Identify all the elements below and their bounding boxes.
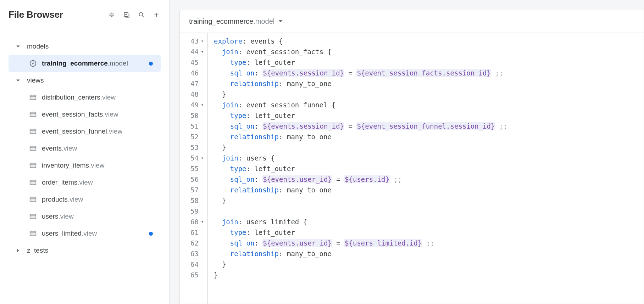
file-label: distribution_centers.view [42,94,116,101]
caret-down-icon [16,78,21,83]
gutter-line: 60▾ [180,216,205,227]
search-icon[interactable] [137,11,146,19]
table-icon [29,230,37,237]
unsaved-dot-icon [149,62,153,66]
file-users_limited[interactable]: users_limited.view [9,225,161,242]
file-event_session_funnel[interactable]: event_session_funnel.view [9,123,161,140]
file-browser-sidebar: File Browser models training_ecommerce.m… [0,0,170,304]
tab-dropdown-icon[interactable] [278,17,283,26]
gutter-line: 59 [180,206,205,216]
file-label: order_items.view [42,179,93,186]
tab-file-name: training_ecommerce [189,17,253,25]
svg-rect-4 [30,112,36,117]
gutter-line: 52 [180,131,205,142]
code-line[interactable]: relationship: many_to_one [214,248,507,259]
code-line[interactable]: type: left_outer [214,110,507,121]
file-event_session_facts[interactable]: event_session_facts.view [9,106,161,123]
svg-rect-9 [30,197,36,202]
caret-right-icon [16,248,21,253]
folder-label: views [27,77,44,84]
file-label: users.view [42,213,74,220]
code-line[interactable]: join: event_session_facts { [214,46,507,57]
code-line[interactable]: sql_on: ${events.user_id} = ${users_limi… [214,238,507,248]
svg-rect-10 [30,214,36,219]
file-label: products.view [42,196,83,203]
code-line[interactable]: relationship: many_to_one [214,185,507,195]
line-gutter: 43▾44▾4546474849▾5051525354▾555657585960… [180,33,207,304]
file-label: events.view [42,145,77,152]
gutter-line: 51 [180,121,205,131]
folder-label: z_tests [27,247,48,254]
code-line[interactable]: type: left_outer [214,57,507,68]
gutter-line: 45 [180,57,205,68]
file-inventory_items[interactable]: inventory_items.view [9,157,161,174]
table-icon [29,94,37,101]
code-line[interactable]: type: left_outer [214,163,507,174]
table-icon [29,179,37,186]
compass-icon [29,60,37,67]
table-icon [29,145,37,152]
unsaved-dot-icon [149,232,153,236]
editor-tab-bar: training_ecommerce.model [180,10,644,33]
gutter-line: 49▾ [180,100,205,110]
gutter-line: 64 [180,259,205,270]
gutter-line: 61 [180,227,205,238]
file-order_items[interactable]: order_items.view [9,174,161,191]
gutter-line: 55 [180,163,205,174]
bulk-actions-icon[interactable] [122,11,131,19]
gutter-line: 56 [180,174,205,185]
code-line[interactable]: join: users { [214,153,507,163]
code-line[interactable]: } [214,270,507,280]
editor-area: training_ecommerce.model 43▾44▾454647484… [170,0,644,304]
file-events[interactable]: events.view [9,140,161,157]
code-line[interactable] [214,206,507,216]
gutter-line: 48 [180,89,205,100]
code-content[interactable]: explore: events { join: event_session_fa… [207,33,507,304]
code-line[interactable]: } [214,259,507,270]
code-line[interactable]: sql_on: ${events.session_id} = ${event_s… [214,121,507,131]
gutter-line: 43▾ [180,36,205,46]
code-line[interactable]: type: left_outer [214,227,507,238]
tab-file-ext: .model [253,17,274,25]
sidebar-title: File Browser [9,9,63,20]
table-icon [29,128,37,135]
file-users[interactable]: users.view [9,208,161,225]
table-icon [29,196,37,203]
code-line[interactable]: sql_on: ${events.session_id} = ${event_s… [214,68,507,78]
folder-z-tests[interactable]: z_tests [9,242,161,259]
code-line[interactable]: sql_on: ${events.user_id} = ${users.id} … [214,174,507,185]
gutter-line: 50 [180,110,205,121]
gutter-line: 46 [180,68,205,78]
gutter-line: 58 [180,195,205,206]
file-products[interactable]: products.view [9,191,161,208]
svg-rect-8 [30,180,36,185]
folder-models[interactable]: models [9,38,161,55]
file-tree: models training_ecommerce.model views di… [9,38,161,259]
editor-tab[interactable]: training_ecommerce.model [189,17,274,26]
svg-rect-7 [30,163,36,168]
file-label: training_ecommerce.model [42,60,128,67]
code-line[interactable]: } [214,89,507,100]
code-line[interactable]: relationship: many_to_one [214,78,507,89]
sidebar-header: File Browser [9,9,161,20]
code-editor[interactable]: 43▾44▾4546474849▾5051525354▾555657585960… [180,33,644,304]
code-line[interactable]: explore: events { [214,36,507,46]
code-line[interactable]: relationship: many_to_one [214,131,507,142]
sidebar-actions [107,11,161,19]
file-label: inventory_items.view [42,162,104,169]
gutter-line: 44▾ [180,46,205,57]
collapse-folders-icon[interactable] [107,11,116,19]
table-icon [29,111,37,118]
file-distribution_centers[interactable]: distribution_centers.view [9,89,161,106]
gutter-line: 57 [180,185,205,195]
code-line[interactable]: join: event_session_funnel { [214,100,507,110]
folder-label: models [27,43,49,50]
code-line[interactable]: } [214,195,507,206]
code-line[interactable]: } [214,142,507,153]
folder-views[interactable]: views [9,72,161,89]
gutter-line: 65 [180,270,205,280]
code-line[interactable]: join: users_limited { [214,216,507,227]
add-icon[interactable] [152,11,161,19]
file-training_ecommerce[interactable]: training_ecommerce.model [9,55,161,72]
file-label: users_limited.view [42,230,97,237]
